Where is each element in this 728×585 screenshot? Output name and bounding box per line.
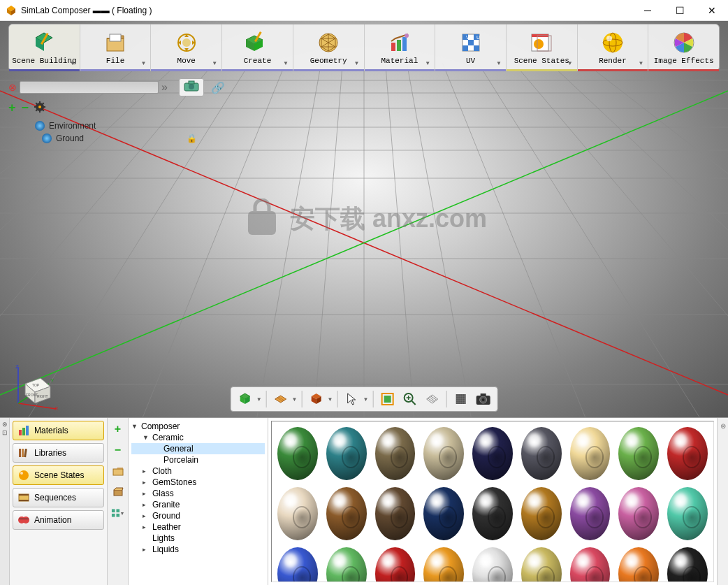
tree-root[interactable]: ▼Composer <box>131 421 265 432</box>
tab-animation[interactable]: Animation <box>13 510 104 530</box>
view-mode-button[interactable] <box>235 389 255 409</box>
tab-sequences[interactable]: Sequences <box>13 488 104 507</box>
shade-button[interactable] <box>307 389 326 409</box>
material-swatch[interactable] <box>472 547 513 582</box>
tree-node-general[interactable]: General <box>131 443 265 454</box>
material-swatch[interactable] <box>375 427 416 480</box>
tree-node-glass[interactable]: ▸Glass <box>131 488 265 499</box>
tab-scene-states[interactable]: Scene States <box>13 465 104 485</box>
tab-libraries[interactable]: Libraries <box>13 443 104 463</box>
material-swatch[interactable] <box>570 427 611 480</box>
svg-rect-135 <box>116 514 119 517</box>
material-swatch[interactable] <box>472 427 513 480</box>
svg-rect-53 <box>463 45 468 51</box>
snapshot-button[interactable] <box>473 389 493 409</box>
add-button[interactable]: + <box>111 422 125 436</box>
tab-materials[interactable]: Materials <box>13 421 104 440</box>
tree-node-granite[interactable]: ▸Granite <box>131 499 265 510</box>
toolbar-material[interactable]: Material▼ <box>365 24 436 71</box>
tree-node-porcelain[interactable]: Porcelain <box>131 454 265 465</box>
view-cube[interactable]: Z X Y TOP FRONT RIGHT <box>13 363 61 412</box>
material-swatch[interactable] <box>521 427 562 480</box>
tree-node-liquids[interactable]: ▸Liquids <box>131 544 265 555</box>
svg-point-70 <box>38 106 41 108</box>
svg-point-113 <box>481 398 484 401</box>
svg-line-15 <box>257 63 321 417</box>
toolbar-geometry[interactable]: Geometry▼ <box>293 24 365 71</box>
remove-button[interactable]: − <box>111 443 125 457</box>
material-swatch[interactable] <box>570 547 611 582</box>
svg-text:TOP: TOP <box>32 383 40 387</box>
svg-line-23 <box>314 63 342 417</box>
tree-node-lights[interactable]: Lights <box>131 533 265 544</box>
svg-rect-115 <box>19 430 22 435</box>
tree-node-ceramic[interactable]: ▼Ceramic <box>131 432 265 443</box>
material-swatch[interactable] <box>326 427 367 480</box>
lock-icon[interactable]: 🔒 <box>187 133 197 143</box>
material-swatch[interactable] <box>618 427 659 480</box>
search-input[interactable] <box>20 81 159 94</box>
sequences-tab-icon <box>17 491 30 504</box>
material-swatch[interactable] <box>375 547 416 582</box>
link-icon[interactable]: 🔗 <box>211 81 225 94</box>
expand-icon[interactable]: » <box>161 81 168 94</box>
panel-dock-mini-icon[interactable]: ⊡ <box>2 429 8 436</box>
toolbar-create[interactable]: Create▼ <box>222 24 293 71</box>
material-swatch[interactable] <box>326 547 367 582</box>
tree-node-gemstones[interactable]: ▸GemStones <box>131 477 265 488</box>
scene-tree-ground[interactable]: Ground 🔒 <box>8 132 225 145</box>
material-swatch[interactable] <box>667 487 708 540</box>
material-swatch[interactable] <box>423 427 464 480</box>
minimize-button[interactable]: ─ <box>632 0 664 21</box>
tree-node-leather[interactable]: ▸Leather <box>131 521 265 533</box>
zoom-button[interactable] <box>400 389 419 409</box>
watermark: 安下载 anxz.com <box>241 198 487 240</box>
box-icon[interactable] <box>111 485 125 499</box>
material-swatch[interactable] <box>667 547 708 582</box>
scroll-close-icon[interactable]: ⊗ <box>720 422 726 430</box>
frame-button[interactable] <box>377 389 397 409</box>
svg-point-127 <box>22 517 29 523</box>
grid-button[interactable] <box>271 389 291 409</box>
material-swatch[interactable] <box>472 487 513 540</box>
material-swatch[interactable] <box>618 547 659 582</box>
toolbar-move[interactable]: Move▼ <box>151 24 222 71</box>
toolbar-scene-building[interactable]: Scene Building▼ <box>9 24 80 71</box>
close-search-icon[interactable]: ⊗ <box>8 82 17 93</box>
toolbar-scene-states[interactable]: Scene States▼ <box>507 24 578 71</box>
material-swatch[interactable] <box>277 427 318 480</box>
material-swatch[interactable] <box>375 487 416 540</box>
material-swatch[interactable] <box>618 487 659 540</box>
toolbar-uv[interactable]: VU UV▼ <box>435 24 507 71</box>
cursor-button[interactable] <box>342 389 361 409</box>
toolbar-render[interactable]: Render▼ <box>578 24 649 71</box>
titlebar: SimLab Composer ▬▬ ( Floating ) ─ ☐ ✕ <box>0 0 728 21</box>
grid-icon[interactable]: ▼ <box>111 506 125 520</box>
maximize-button[interactable]: ☐ <box>664 0 696 21</box>
material-swatch[interactable] <box>423 487 464 540</box>
material-swatch[interactable] <box>277 487 318 540</box>
material-swatch[interactable] <box>667 427 708 480</box>
material-swatch[interactable] <box>326 487 367 540</box>
material-swatch[interactable] <box>521 487 562 540</box>
folder-icon[interactable] <box>111 464 125 478</box>
scene-tree-environment[interactable]: Environment <box>8 120 225 132</box>
svg-text:X: X <box>54 405 59 412</box>
panel-close-mini-icon[interactable]: ⊗ <box>2 421 8 428</box>
tree-node-cloth[interactable]: ▸Cloth <box>131 465 265 477</box>
grid-toggle-button[interactable] <box>422 389 442 409</box>
texture-button[interactable] <box>451 389 470 409</box>
material-swatch[interactable] <box>423 547 464 582</box>
material-swatch[interactable] <box>277 547 318 582</box>
gear-icon[interactable] <box>34 101 45 115</box>
add-icon[interactable]: + <box>8 101 16 115</box>
close-button[interactable]: ✕ <box>696 0 728 21</box>
material-swatch[interactable] <box>521 547 562 582</box>
toolbar-image-effects[interactable]: Image Effects <box>648 24 719 71</box>
svg-text:U: U <box>476 35 480 40</box>
material-swatch[interactable] <box>570 487 611 540</box>
toolbar-file[interactable]: File▼ <box>80 24 152 71</box>
tree-node-ground[interactable]: ▸Ground <box>131 510 265 521</box>
remove-icon[interactable]: − <box>22 101 29 115</box>
camera-icon[interactable] <box>179 78 204 96</box>
